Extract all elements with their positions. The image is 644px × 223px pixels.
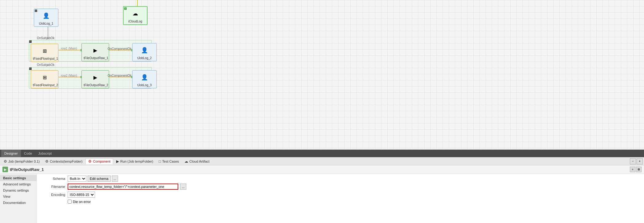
toolbar-item-run[interactable]: ▶ Run (Job tempFolder) — [114, 159, 156, 164]
component-title-icon: ▶ — [2, 167, 8, 172]
node-corner: − — [35, 10, 37, 12]
settings-content: Schema Built-In Edit schema ... Filename — [37, 174, 644, 223]
filename-control: ... — [68, 184, 186, 190]
node-tjoblog1[interactable]: − 👤 tJobLog_1 — [34, 9, 58, 27]
toolbar-item-cloudartifact[interactable]: ☁ Cloud Artifact — [182, 159, 212, 164]
die-on-error-text: Die on error — [73, 200, 91, 204]
edit-schema-btn[interactable]: Edit schema — [88, 176, 111, 182]
settings-nav: Basic settings Advanced settings Dynamic… — [0, 174, 37, 223]
toolbar-label-testcases: Test Cases — [162, 160, 179, 163]
die-on-error-label[interactable]: Die on error — [68, 200, 91, 204]
component-icon: ⚙ — [88, 159, 92, 164]
edge-label-compok2: OnComponentOk — [108, 74, 132, 77]
node-label: tJobLog_1 — [36, 22, 56, 25]
panel-toolbar: ⚙ Job (tempFolder 0.1) ⚙ Contexts(tempFo… — [0, 157, 644, 165]
die-on-error-checkbox[interactable] — [68, 200, 72, 204]
filename-input[interactable] — [68, 184, 178, 190]
node-corner: + — [124, 7, 127, 10]
node-icon: ▶ — [90, 45, 101, 56]
node-tfileoutraw1[interactable]: ▶ tFileOutputRaw_1 — [81, 43, 109, 61]
edge-label-1: OnSubjobOk — [37, 36, 54, 40]
toolbar-item-contexts[interactable]: ⚙ Contexts(tempFolder) — [43, 159, 85, 164]
settings-layout: Basic settings Advanced settings Dynamic… — [0, 174, 644, 223]
filename-ellipsis-btn[interactable]: ... — [180, 184, 186, 190]
node-tjoblog3[interactable]: 👤 tJobLog_3 — [132, 70, 157, 88]
node-icon: ▶ — [90, 72, 101, 83]
node-icon: ⊞ — [39, 45, 50, 56]
die-on-error-row: Die on error — [41, 200, 640, 204]
filename-row: Filename ... — [41, 184, 640, 190]
grid-list-btn[interactable]: ≡ — [630, 167, 635, 172]
main-container: − 👤 tJobLog_1 + ☁ iCloudLog OnSubjobOk −… — [0, 0, 644, 223]
cloudartifact-icon: ☁ — [184, 159, 188, 164]
filename-label: Filename — [41, 185, 65, 189]
nav-dynamic-settings[interactable]: Dynamic settings — [0, 187, 37, 193]
tab-jobscript[interactable]: Jobscript — [35, 150, 55, 157]
node-icon: ☁ — [130, 8, 141, 19]
nav-basic-settings[interactable]: Basic settings — [0, 175, 37, 181]
schema-row: Schema Built-In Edit schema ... — [41, 176, 640, 182]
schema-select[interactable]: Built-In — [68, 176, 86, 182]
nav-advanced-settings[interactable]: Advanced settings — [0, 181, 37, 187]
group-corner: − — [29, 40, 32, 43]
component-title-text: tFileOutputRaw_1 — [10, 167, 44, 172]
testcases-icon: □ — [159, 159, 161, 164]
node-icon: 👤 — [139, 45, 150, 56]
toolbar-label-component: Component — [93, 160, 110, 163]
edge-label-2: OnSubjobOk — [37, 63, 54, 67]
node-icloudlog[interactable]: + ☁ iCloudLog — [123, 6, 148, 25]
node-icon: ⊞ — [39, 72, 50, 83]
encoding-row: Encoding ISO-8859-15 — [41, 192, 640, 198]
nav-documentation[interactable]: Documentation — [0, 200, 37, 206]
node-icon: 👤 — [41, 10, 52, 21]
toolbar-actions: − + — [630, 158, 643, 164]
encoding-select[interactable]: ISO-8859-15 — [68, 192, 95, 198]
tab-code[interactable]: Code — [21, 150, 35, 157]
group-corner: − — [29, 67, 32, 70]
node-tfixedflow1[interactable]: ⊞ tFixedFlowInput_1 — [31, 44, 58, 62]
edge-label-row2: row2 (Main) — [61, 74, 77, 77]
job-icon: ⚙ — [4, 159, 7, 164]
toolbar-label-contexts: Contexts(tempFolder) — [50, 160, 82, 163]
node-label: tJobLog_3 — [134, 83, 155, 87]
component-title-bar: ▶ tFileOutputRaw_1 ≡ ⊞ — [0, 165, 644, 174]
toolbar-item-job[interactable]: ⚙ Job (tempFolder 0.1) — [1, 159, 42, 164]
schema-label: Schema — [41, 177, 65, 180]
edge-label-row1: row1 (Main) — [61, 47, 77, 50]
toolbar-item-component[interactable]: ⚙ Component — [85, 158, 113, 164]
node-label: tFixedFlowInput_2 — [33, 83, 56, 87]
node-label: tFileOutputRaw_1 — [84, 56, 107, 60]
toolbar-label-job: Job (tempFolder 0.1) — [8, 160, 40, 163]
schema-control: Built-In Edit schema ... — [68, 176, 118, 182]
component-panel: ⚙ Job (tempFolder 0.1) ⚙ Contexts(tempFo… — [0, 157, 644, 223]
run-icon: ▶ — [116, 159, 119, 164]
bottom-tabs: Designer Code Jobscript — [0, 150, 644, 157]
toolbar-label-cloudartifact: Cloud Artifact — [189, 160, 209, 163]
grid-grid-btn[interactable]: ⊞ — [636, 167, 642, 172]
nav-view[interactable]: View — [0, 193, 37, 200]
maximize-panel-btn[interactable]: + — [637, 158, 643, 164]
canvas-area: − 👤 tJobLog_1 + ☁ iCloudLog OnSubjobOk −… — [0, 0, 644, 150]
node-tfileoutraw2[interactable]: ▶ tFileOutputRaw_2 — [81, 70, 109, 88]
node-icon: 👤 — [139, 72, 150, 83]
toolbar-label-run: Run (Job tempFolder) — [120, 160, 153, 163]
node-tfixedflow2[interactable]: ⊞ tFixedFlowInput_2 — [31, 70, 58, 88]
node-label: tFileOutputRaw_2 — [84, 83, 107, 87]
tab-designer[interactable]: Designer — [1, 150, 21, 157]
grid-icons: ≡ ⊞ — [630, 167, 642, 172]
encoding-label: Encoding — [41, 193, 65, 197]
schema-ellipsis-btn[interactable]: ... — [112, 176, 118, 182]
encoding-control: ISO-8859-15 — [68, 192, 95, 198]
contexts-icon: ⚙ — [45, 159, 49, 164]
node-tjoblog2[interactable]: 👤 tJobLog_2 — [132, 43, 157, 61]
toolbar-item-testcases[interactable]: □ Test Cases — [156, 159, 181, 164]
minimize-panel-btn[interactable]: − — [630, 158, 636, 164]
edge-label-compok1: OnComponentOk — [108, 47, 132, 51]
node-label: tJobLog_2 — [134, 56, 155, 60]
node-label: tFixedFlowInput_1 — [33, 57, 56, 60]
node-label: iCloudLog — [125, 20, 145, 23]
